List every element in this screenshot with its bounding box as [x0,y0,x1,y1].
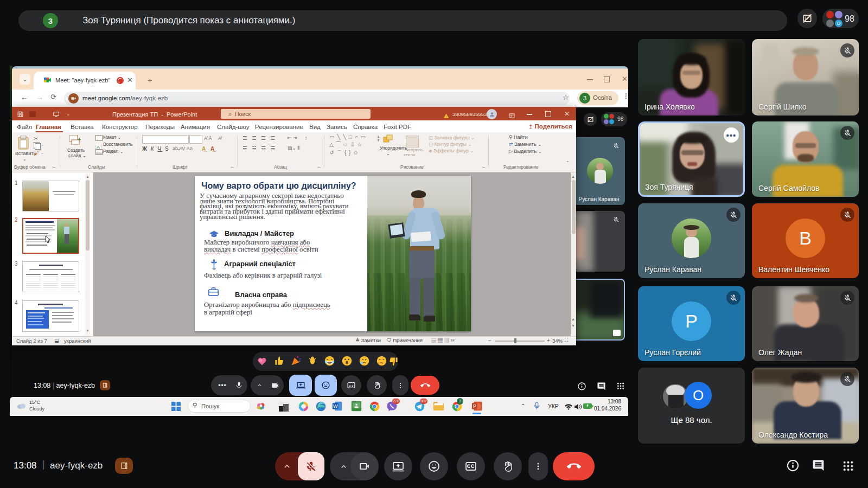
svg-text:W: W [333,403,338,409]
svg-text:P: P [473,403,476,409]
